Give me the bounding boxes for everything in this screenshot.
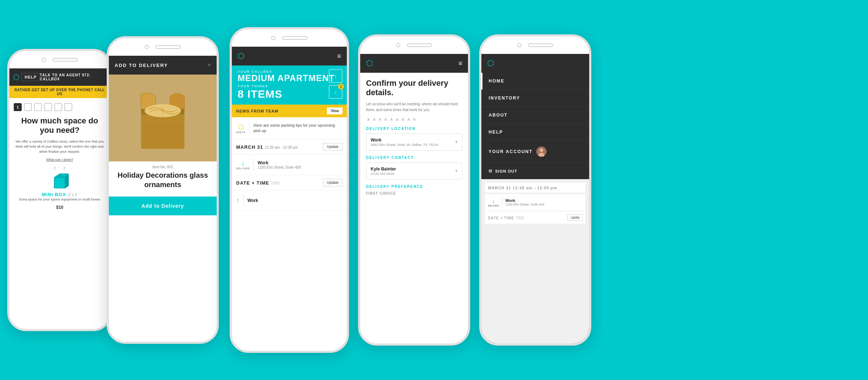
- yellow-bar[interactable]: RATHER GET SET UP OVER THE PHONE? CALL U…: [9, 86, 110, 98]
- phone3-header: ⬡ ≡: [232, 47, 347, 66]
- delivery-time: MARCH 31 11:30 am - 12:00 pm: [488, 186, 557, 190]
- phone4-screen: ⬡ ≡ Confirm your delivery details. Let u…: [360, 54, 468, 343]
- avatar: [536, 147, 546, 157]
- step-1-active[interactable]: 1: [14, 103, 22, 111]
- phone5-header: ⬡: [481, 54, 589, 73]
- speaker-bar: [156, 45, 181, 49]
- confirm-description: Let us know who we'll be meeting, where …: [366, 101, 462, 113]
- step-4[interactable]: [44, 103, 52, 111]
- box-dims: 2' 2': [54, 166, 65, 170]
- phone5-screen: ⬡ HOME INVENTORY ABOUT HELP YOUR ACCOUNT: [481, 54, 589, 343]
- sign-out-icon: ⊟: [489, 169, 492, 173]
- phone1-top-bar: [9, 51, 110, 68]
- box-diagram: 2' 2' MINI BOX 2' x 2' Extra space: [14, 166, 106, 201]
- deliver-street-2: Work: [247, 198, 258, 203]
- about-label: ABOUT: [489, 113, 508, 118]
- deliver-street: Work: [505, 198, 544, 203]
- confirm-title: Confirm your delivery details.: [366, 79, 462, 98]
- delivery-contact-dropdown[interactable]: Kyle Bainter (214) 292-2929 ▾: [366, 162, 462, 180]
- sidebar-item-home[interactable]: HOME: [481, 73, 589, 90]
- step-5[interactable]: [54, 103, 62, 111]
- arrow-down-icon: ↓: [335, 89, 337, 95]
- delivery-location-dropdown[interactable]: Work 3892 Elm Street, Suite 19, Dallas, …: [366, 134, 462, 151]
- camera-dot: [517, 43, 522, 47]
- phone-5: ⬡ HOME INVENTORY ABOUT HELP YOUR ACCOUNT: [479, 34, 591, 346]
- phone2-header: ADD TO DELIVERY ×: [109, 56, 217, 75]
- arrow-up-icon: ↑: [335, 73, 337, 79]
- sidebar-item-about[interactable]: ABOUT: [481, 107, 589, 124]
- phone3-screen: ⬡ ≡ YOUR CALLBOX MEDIUM APARTMENT YOUR T…: [232, 47, 347, 351]
- deliver-row: ↓ DELIVER Work 1293 Elm Street, Suite 40…: [232, 155, 347, 175]
- box-desc: Extra space for your sports equipment or…: [19, 197, 100, 201]
- sidebar-item-help[interactable]: HELP: [481, 124, 589, 141]
- view-button[interactable]: View: [327, 107, 342, 114]
- delivery-pref-label: DELIVERY PREFERENCE: [366, 185, 462, 189]
- update-button-2[interactable]: Update: [323, 179, 342, 186]
- sign-out-label: SIGN OUT: [495, 169, 517, 173]
- deliver-row: ↓ DELIVER Work 1293 Elm Street, Suite 40…: [485, 194, 586, 211]
- deliver-address: Work 1293 Elm Street, Suite 409: [505, 198, 544, 206]
- camera-dot: [145, 45, 149, 49]
- add-to-delivery-title: ADD TO DELIVERY: [115, 63, 168, 68]
- hints-description: Here are some packing tips for your upco…: [254, 123, 342, 134]
- arrow-up-button[interactable]: ↑: [329, 69, 342, 83]
- add-to-delivery-button[interactable]: Add to Delivery: [109, 197, 217, 215]
- hex-icon: ⬡: [366, 59, 373, 68]
- what-can-i-store-link[interactable]: What can I store?: [14, 157, 106, 161]
- sidebar-item-your-account[interactable]: YOUR ACCOUNT: [481, 141, 589, 163]
- step-2[interactable]: [24, 103, 32, 111]
- sign-out-button[interactable]: ⊟ SIGN OUT: [481, 163, 589, 179]
- item-name: Holiday Decorations glass ornaments: [109, 170, 217, 197]
- date-time-label: DATE + TIME: [488, 216, 514, 220]
- contact-phone: (214) 292-2929: [371, 172, 396, 176]
- description: We offer a variety of Callbox sizes, sel…: [14, 139, 106, 155]
- tbd-label: TBD: [516, 216, 524, 220]
- deliver-divider-2: [243, 194, 244, 207]
- close-icon[interactable]: ×: [208, 62, 211, 68]
- phone5-nav: HOME INVENTORY ABOUT HELP YOUR ACCOUNT: [481, 73, 589, 343]
- update-button[interactable]: Updat: [567, 214, 583, 221]
- date-time-label: DATE + TIME: [236, 180, 269, 186]
- dim-width: 2': [54, 166, 56, 170]
- hints-row: ⬡ HINTS Here are some packing tips for y…: [232, 117, 347, 139]
- delivery-date-row: MARCH 31 11:30 am - 12:00 pm: [485, 183, 586, 193]
- date-time-row: DATE + TIME TBD Updat: [485, 211, 586, 224]
- sidebar-item-inventory[interactable]: INVENTORY: [481, 90, 589, 107]
- news-bar: NEWS FROM TEAM View: [232, 105, 347, 117]
- phone1-header: ⬡ HELP TALK TO AN AGENT 972-CALLBOX: [9, 68, 110, 86]
- menu-icon[interactable]: ≡: [458, 60, 462, 67]
- deliver-label: DELIVER: [488, 204, 499, 207]
- speaker-bar: [528, 43, 553, 47]
- phone2-screen: ADD TO DELIVERY ×: [109, 56, 217, 342]
- phone-2: ADD TO DELIVERY ×: [107, 36, 219, 344]
- deliver-icon: ↓: [241, 160, 244, 167]
- page-title: How much space do you need?: [14, 116, 106, 135]
- things-label: YOUR THINGS: [238, 84, 341, 88]
- phone3-top-bar: [232, 29, 347, 47]
- arrow-down-button[interactable]: ↓ 1: [329, 85, 342, 99]
- hints-icon-wrap: ⬡ HINTS: [236, 123, 246, 134]
- deliver-icon: ↓: [492, 198, 495, 204]
- phone-1: ⬡ HELP TALK TO AN AGENT 972-CALLBOX RATH…: [7, 49, 112, 331]
- deliver-addr: 1293 Elm Street, Suite 409: [258, 165, 301, 169]
- phone5-top-bar: [481, 37, 589, 54]
- phone4-content: Confirm your delivery details. Let us kn…: [360, 73, 468, 343]
- deliver-icon-wrap: ↓ DELIVER: [236, 160, 250, 170]
- price: $10: [14, 205, 106, 210]
- news-label: NEWS FROM TEAM: [236, 109, 278, 113]
- hints-hex-icon: ⬡: [238, 123, 244, 131]
- delivery-date-row: MARCH 31 11:30 am - 12:00 pm Update: [232, 139, 347, 155]
- deliver-address-2: Work: [247, 198, 258, 203]
- menu-icon[interactable]: ≡: [337, 52, 341, 60]
- update-button[interactable]: Update: [323, 143, 342, 151]
- phone2-top-bar: [109, 38, 217, 56]
- delivery-date: MARCH 31: [236, 144, 263, 150]
- deliver-divider: [253, 158, 254, 171]
- step-6[interactable]: [64, 103, 72, 111]
- hints-divider: [249, 122, 250, 135]
- svg-point-10: [540, 148, 543, 152]
- phone1-screen: ⬡ HELP TALK TO AN AGENT 972-CALLBOX RATH…: [9, 68, 110, 329]
- step-3[interactable]: [34, 103, 42, 111]
- deliver-row-2: ↑ Work: [232, 190, 347, 211]
- things-count: 8 ITEMS: [238, 88, 341, 100]
